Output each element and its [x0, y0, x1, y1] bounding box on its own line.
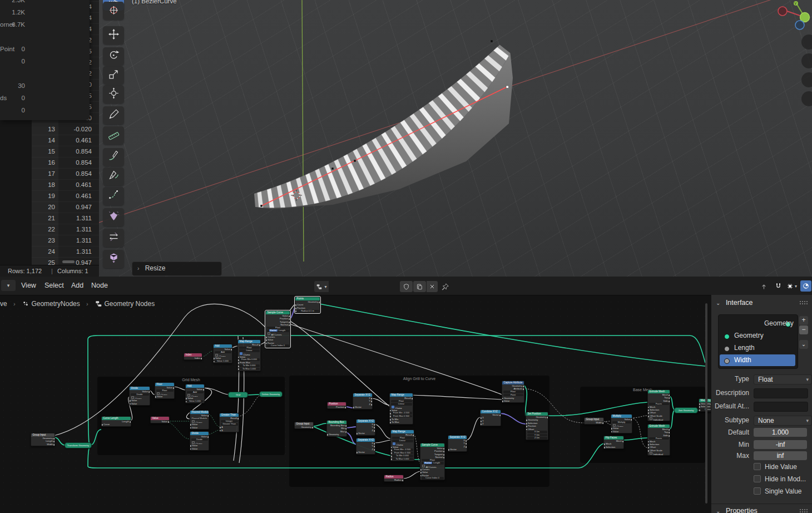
menu-node[interactable]: Node [88, 277, 111, 295]
node-add[interactable]: AddValueAddClampValueValue 1.000 [213, 344, 232, 363]
node-combine-xyz[interactable]: Combine XYZVectorXYZ [480, 410, 501, 426]
interface-panel-header[interactable]: ⌄ Interface [711, 296, 812, 309]
node-socket-row[interactable]: Curve Index 0 [420, 477, 444, 480]
node-bounding-box[interactable]: Bounding BoxBounding BoxMinMaxGeometry [326, 420, 347, 437]
checkbox-icon[interactable] [754, 487, 761, 495]
node-map-range[interactable]: Map RangeResultFloatLinearClampValueFrom… [389, 393, 413, 425]
menu-view[interactable]: View [18, 277, 39, 295]
checkbox-hide-in-mod-[interactable]: Hide in Mod... [754, 475, 806, 484]
interface-socket-length[interactable]: Length [720, 342, 795, 354]
node-flip-faces[interactable]: Flip FacesMeshMeshSelection [603, 436, 624, 449]
node-multiply[interactable]: MultiplyValueMultiplyClampValueValue [611, 414, 632, 433]
new-copy-button[interactable] [413, 281, 426, 292]
socket-list-dropdown-button[interactable]: ⌄ [799, 340, 808, 349]
field-input[interactable] [754, 402, 808, 412]
fake-user-button[interactable] [400, 281, 413, 292]
node-join-geometry[interactable]: Join Geometry [674, 407, 698, 413]
tool-extrude-button[interactable] [103, 250, 124, 268]
node-transform-geometry[interactable]: Transform Geometry [65, 442, 92, 448]
table-row[interactable]: 150.854 [0, 146, 99, 157]
field-dropdown[interactable]: None▾ [754, 416, 812, 426]
tool-curve-tilt-button[interactable] [103, 187, 124, 205]
remove-socket-button[interactable]: − [799, 325, 808, 334]
breadcrumb-node-tree[interactable]: Geometry Nodes [104, 300, 155, 308]
tool-rotate-button[interactable] [103, 47, 124, 66]
node-floored-modulo[interactable]: Floored ModuloValueFloored ModuloClampVa… [190, 410, 209, 430]
node-set-position[interactable]: Set PositionGeometryGeometrySelectionPos… [526, 412, 548, 440]
node-socket-row[interactable]: Width [585, 421, 603, 424]
spreadsheet-scrollbar[interactable] [62, 260, 75, 263]
interface-socket-width[interactable]: Width [720, 354, 795, 366]
node-socket-row[interactable]: Position [328, 406, 346, 408]
field-value[interactable]: -inf [754, 440, 807, 449]
node-socket-row[interactable]: Value [502, 399, 524, 402]
table-row[interactable]: 180.461 [0, 179, 99, 190]
node-capture-attribute[interactable]: Capture AttributeGeometryAttributeFloatP… [502, 381, 524, 403]
node-socket-row[interactable]: Vector [357, 432, 375, 435]
field-value[interactable]: inf [754, 451, 807, 460]
tool-measure-button[interactable] [103, 126, 124, 145]
node-editor-scrollbar[interactable] [705, 303, 707, 504]
node-socket-row[interactable]: Value 1.000 [186, 400, 204, 403]
checkbox-single-value[interactable]: Single Value [754, 487, 802, 496]
node-group-input[interactable]: Group InputGeometryLengthWidth [31, 433, 55, 446]
node-socket-row[interactable]: Index [184, 357, 202, 359]
node-greater-than[interactable]: Greater ThanResultIntegerGreater ThanAB [219, 413, 239, 432]
table-row[interactable]: 13-0.020 [0, 124, 99, 135]
node-group-input[interactable]: Group InputGeometry [294, 422, 314, 429]
node-socket-row[interactable]: To Max [390, 421, 413, 423]
breadcrumb-object[interactable]: ve [0, 300, 7, 308]
node-socket-row[interactable]: Individual [648, 417, 670, 420]
snap-mode-dropdown[interactable]: ▾ [783, 280, 800, 292]
node-socket-row[interactable]: Value [190, 447, 209, 450]
node-socket-row[interactable]: Curve Index 0 [266, 344, 290, 347]
node-socket-row[interactable]: Geometry [327, 433, 346, 436]
node-grid[interactable]: Grid [228, 392, 248, 398]
node-socket-row[interactable]: Radius [384, 479, 403, 481]
axis-x-ball[interactable] [778, 7, 787, 16]
node-socket-row[interactable]: Selection [604, 446, 623, 448]
tool-pen-button[interactable] [103, 167, 124, 186]
node-socket-row[interactable]: Value [190, 426, 209, 429]
tool-draw-button[interactable] [103, 148, 124, 166]
node-socket-row[interactable]: Curve [102, 423, 131, 426]
node-floor[interactable]: FloorValueFloorClampValue [155, 382, 175, 399]
tool-shear-button[interactable] [103, 229, 124, 247]
snap-toggle-button[interactable] [772, 280, 784, 292]
node-sample-curve[interactable]: Sample CurveValuePositionTangentNormalFl… [265, 310, 290, 348]
node-sample-curve[interactable]: Sample CurveValuePositionTangentNormalFl… [420, 443, 445, 480]
table-row[interactable]: 190.461 [0, 190, 99, 201]
add-socket-button[interactable]: + [799, 316, 808, 325]
node-separate-xyz[interactable]: Separate XYZXYZVector [353, 393, 373, 410]
node-separate-xyz[interactable]: Separate XYZXYZVector [356, 419, 375, 436]
field-dropdown[interactable]: Float▾ [754, 374, 812, 384]
table-row[interactable]: 160.854 [0, 157, 99, 168]
overlays-toggle-button[interactable] [800, 280, 811, 292]
node-socket-row[interactable]: Vector [448, 448, 467, 451]
node-socket-row[interactable]: Z [481, 422, 501, 425]
node-socket-row[interactable]: To Max 1.000 [238, 367, 260, 370]
node-separate-xyz[interactable]: Separate XYZXYZVector [356, 438, 375, 455]
node-socket-row[interactable]: Value [611, 430, 632, 433]
properties-panel-header[interactable]: ⌄ Properties [711, 504, 812, 513]
node-socket-row[interactable]: Z 0m [526, 437, 548, 440]
pin-button[interactable] [439, 281, 450, 292]
interface-socket-list[interactable]: GeometryGeometryLengthWidth [718, 314, 798, 369]
panel-grip-icon[interactable] [799, 300, 808, 305]
resize-operator-panel[interactable]: › Resize [132, 262, 222, 276]
node-map-range[interactable]: Map RangeResultFloatLinearClampValueFrom… [237, 339, 261, 371]
interface-socket-geometry[interactable]: Geometry [720, 318, 795, 329]
node-divide[interactable]: DivideValueDivideClampValueValue [129, 386, 150, 406]
table-row[interactable]: 211.311 [0, 213, 99, 224]
node-extrude-mesh[interactable]: Extrude MeshMeshTopSideFacesMeshSelectio… [647, 424, 670, 456]
node-socket-row[interactable]: Individual [648, 452, 670, 455]
node-divide[interactable]: DivideValueDivideClampValueValue [190, 431, 209, 451]
table-row[interactable]: 221.311 [0, 224, 99, 235]
node-radius[interactable]: RadiusRadius [384, 475, 404, 482]
tool-transform-button[interactable] [103, 85, 124, 103]
node-value[interactable]: ValueValue [150, 416, 170, 423]
tool-randomize-button[interactable] [103, 208, 124, 226]
checkbox-icon[interactable] [754, 463, 761, 470]
node-group-input[interactable]: Group InputWidth [584, 417, 604, 425]
parent-tree-button[interactable] [757, 280, 770, 292]
